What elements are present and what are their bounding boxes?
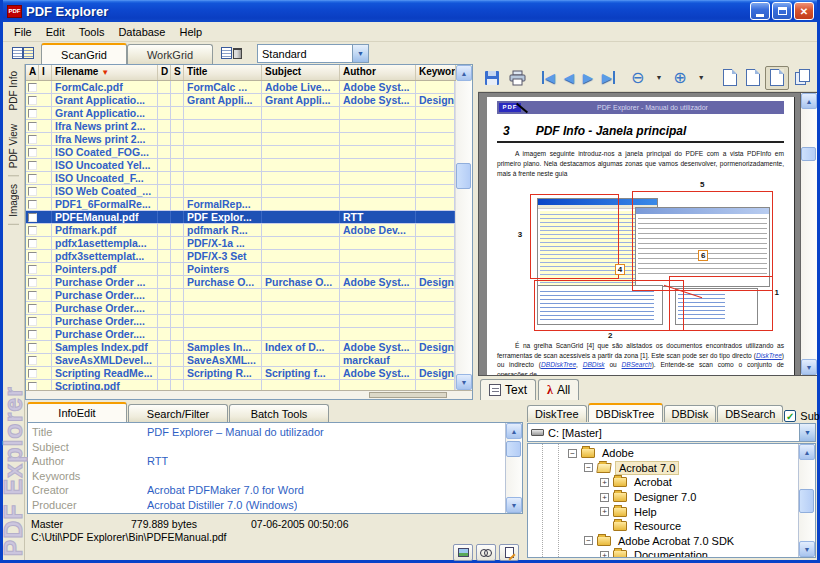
tree-node-label[interactable]: Resource <box>631 520 684 532</box>
expand-icon[interactable]: + <box>600 551 609 557</box>
row-checkbox[interactable] <box>26 263 52 275</box>
table-row[interactable]: PDFEManual.pdfPDF Explor...RTT <box>26 211 455 224</box>
link-dbsearch[interactable]: DBSearch <box>622 361 652 368</box>
tree-node-label[interactable]: Documentation <box>631 549 711 557</box>
row-checkbox[interactable] <box>26 133 52 145</box>
view-button[interactable] <box>476 544 496 561</box>
tab-dbsearch[interactable]: DBSearch <box>717 405 783 422</box>
table-row[interactable]: PDF1_6FormalRe...FormalRep... <box>26 198 455 211</box>
collapse-icon[interactable]: − <box>584 536 593 545</box>
row-checkbox[interactable] <box>26 289 52 301</box>
link-dbdisk[interactable]: DBDisk <box>583 361 605 368</box>
expand-icon[interactable]: + <box>600 493 609 502</box>
close-button[interactable]: ✕ <box>794 2 814 20</box>
table-row[interactable]: Purchase Order.... <box>26 315 455 328</box>
link-disktree[interactable]: DiskTree <box>756 352 782 359</box>
zoom-out-button[interactable]: ⊖ <box>627 66 648 90</box>
info-scroll-down[interactable]: ▼ <box>506 497 522 513</box>
row-checkbox[interactable] <box>26 250 52 262</box>
save-button[interactable] <box>480 66 504 90</box>
field-value[interactable]: Acrobat PDFMaker 7.0 for Word <box>147 484 304 496</box>
row-checkbox[interactable] <box>26 328 52 340</box>
tab-scangrid[interactable]: ScanGrid <box>41 43 127 64</box>
tree-node[interactable]: −Acrobat 7.0 <box>528 461 798 476</box>
col-d[interactable]: D <box>158 65 171 80</box>
tree-node[interactable]: +Acrobat <box>528 475 798 490</box>
tab-dbdisktree[interactable]: DBDiskTree <box>588 403 663 422</box>
table-row[interactable]: Purchase Order ...Purchase O...Purchase … <box>26 276 455 289</box>
table-row[interactable]: ISO Uncoated Yel... <box>26 159 455 172</box>
grid-vertical-scrollbar[interactable]: ▼ <box>455 81 472 390</box>
preview-scroll-up[interactable]: ▲ <box>801 93 817 109</box>
tab-pdf-view[interactable]: PDF View <box>8 117 19 176</box>
tree-node-label[interactable]: Adobe Acrobat 7.0 SDK <box>615 535 737 547</box>
row-checkbox[interactable] <box>26 146 52 158</box>
extract-pages-button[interactable] <box>791 66 815 90</box>
tree-node-label[interactable]: Acrobat 7.0 <box>615 461 679 475</box>
grid-scroll-thumb[interactable] <box>456 163 471 189</box>
info-scroll-up[interactable]: ▲ <box>506 423 522 439</box>
tab-images[interactable]: Images <box>8 177 19 225</box>
chevron-down-icon[interactable]: ▼ <box>799 424 815 441</box>
table-row[interactable]: Purchase Order.... <box>26 289 455 302</box>
row-checkbox[interactable] <box>26 185 52 197</box>
tree-node[interactable]: Resource <box>528 519 798 534</box>
previous-page-button[interactable]: ◀ <box>560 66 578 90</box>
row-checkbox[interactable] <box>26 107 52 119</box>
profile-select[interactable]: Standard ▼ <box>257 44 369 63</box>
field-value[interactable]: PDF Explorer – Manual do utilizador <box>147 426 324 438</box>
tree-scroll-thumb[interactable] <box>799 489 814 513</box>
preview-scroll-down[interactable]: ▼ <box>801 359 817 375</box>
grid-hscroll-thumb[interactable] <box>369 392 447 398</box>
tab-pdf-info[interactable]: PDF Info <box>8 64 19 117</box>
tree-node[interactable]: +Help <box>528 504 798 519</box>
col-subject[interactable]: Subject <box>262 65 340 80</box>
table-row[interactable]: ISO Web Coated_... <box>26 185 455 198</box>
tab-disktree[interactable]: DiskTree <box>527 405 587 422</box>
row-checkbox[interactable] <box>26 211 52 223</box>
table-row[interactable]: Grant Applicatio...Grant Appli...Grant A… <box>26 94 455 107</box>
zoom-in-button[interactable]: ⊕ <box>669 66 690 90</box>
menu-database[interactable]: Database <box>111 24 172 40</box>
minimize-button[interactable] <box>750 2 770 20</box>
table-row[interactable]: Purchase Order.... <box>26 328 455 341</box>
row-checkbox[interactable] <box>26 341 52 353</box>
table-row[interactable]: ISO Coated_FOG... <box>26 146 455 159</box>
tree-scroll-up[interactable]: ▲ <box>799 444 815 460</box>
collapse-icon[interactable]: − <box>584 463 593 472</box>
field-value[interactable]: Acrobat Distiller 7.0 (Windows) <box>147 499 297 511</box>
row-checkbox[interactable] <box>26 120 52 132</box>
preview-scroll-thumb[interactable] <box>801 147 816 161</box>
edit-image-button[interactable] <box>453 544 473 561</box>
continuous-pages-button[interactable] <box>765 66 789 90</box>
transfer-grid-button[interactable] <box>7 43 39 63</box>
info-scroll-thumb[interactable] <box>506 441 521 457</box>
expand-icon[interactable]: + <box>600 478 609 487</box>
fit-page-button[interactable] <box>742 66 764 90</box>
tree-node-label[interactable]: Adobe <box>599 447 637 459</box>
tree-node[interactable]: +Designer 7.0 <box>528 490 798 505</box>
subfolders-checkbox[interactable]: ✓ <box>784 410 796 422</box>
tree-node[interactable]: +Documentation <box>528 548 798 557</box>
row-checkbox[interactable] <box>26 302 52 314</box>
last-page-button[interactable]: ▶ <box>598 66 619 90</box>
table-row[interactable]: Pdfmark.pdfpdfmark R...Adobe Dev... <box>26 224 455 237</box>
grid-scroll-up[interactable]: ▲ <box>456 65 472 81</box>
row-checkbox[interactable] <box>26 276 52 288</box>
zoom-in-menu[interactable]: ▼ <box>692 66 711 90</box>
row-checkbox[interactable] <box>26 159 52 171</box>
print-button[interactable] <box>505 66 530 90</box>
table-row[interactable]: pdfx3settemplat...PDF/X-3 Set <box>26 250 455 263</box>
row-checkbox[interactable] <box>26 81 52 93</box>
table-row[interactable]: Samples Index.pdfSamples In...Index of D… <box>26 341 455 354</box>
table-row[interactable]: SaveAsXMLDevel...SaveAsXML...marckauf <box>26 354 455 367</box>
tree-node[interactable]: −Adobe Acrobat 7.0 SDK <box>528 534 798 549</box>
grid-horizontal-scrollbar[interactable] <box>26 390 472 399</box>
tree-node[interactable]: −Adobe <box>528 446 798 461</box>
preview-vertical-scrollbar[interactable]: ▲ ▼ <box>800 93 817 375</box>
table-row[interactable]: ISO Uncoated_F... <box>26 172 455 185</box>
row-checkbox[interactable] <box>26 94 52 106</box>
col-a[interactable]: A <box>26 65 39 80</box>
table-row[interactable]: Ifra News print 2... <box>26 120 455 133</box>
tab-search-filter[interactable]: Search/Filter <box>128 404 228 422</box>
